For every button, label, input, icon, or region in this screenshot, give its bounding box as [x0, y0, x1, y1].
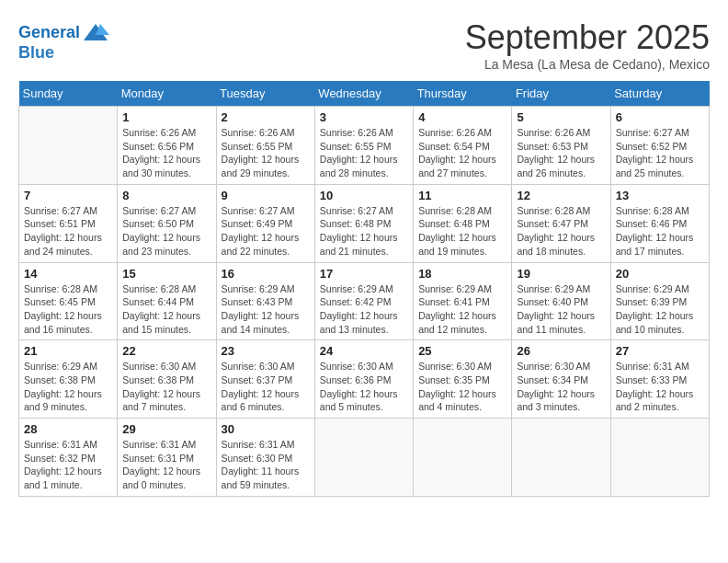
day-info: Sunrise: 6:29 AM Sunset: 6:40 PM Dayligh…: [517, 282, 605, 337]
calendar-cell: 10Sunrise: 6:27 AM Sunset: 6:48 PM Dayli…: [314, 184, 413, 262]
day-number: 24: [320, 344, 408, 358]
calendar-cell: 2Sunrise: 6:26 AM Sunset: 6:55 PM Daylig…: [216, 107, 314, 185]
header: General Blue September 2025 La Mesa (La …: [18, 18, 710, 72]
calendar-cell: 14Sunrise: 6:28 AM Sunset: 6:45 PM Dayli…: [19, 262, 118, 340]
day-info: Sunrise: 6:29 AM Sunset: 6:38 PM Dayligh…: [24, 360, 112, 414]
day-info: Sunrise: 6:31 AM Sunset: 6:32 PM Dayligh…: [24, 438, 112, 492]
calendar-cell: 12Sunrise: 6:28 AM Sunset: 6:47 PM Dayli…: [512, 184, 610, 262]
calendar-cell: 11Sunrise: 6:28 AM Sunset: 6:48 PM Dayli…: [414, 184, 512, 262]
logo-line1: General: [18, 23, 80, 41]
calendar-cell: [19, 107, 118, 185]
day-info: Sunrise: 6:27 AM Sunset: 6:50 PM Dayligh…: [122, 204, 210, 259]
day-number: 8: [122, 189, 210, 202]
calendar-cell: 15Sunrise: 6:28 AM Sunset: 6:44 PM Dayli…: [118, 262, 216, 340]
week-row-3: 14Sunrise: 6:28 AM Sunset: 6:45 PM Dayli…: [19, 262, 710, 340]
day-number: 12: [517, 189, 605, 202]
header-cell-monday: Monday: [118, 81, 216, 107]
day-info: Sunrise: 6:30 AM Sunset: 6:36 PM Dayligh…: [320, 360, 408, 414]
day-number: 14: [24, 267, 112, 281]
day-number: 16: [222, 267, 310, 281]
day-number: 22: [122, 344, 210, 358]
title-area: September 2025 La Mesa (La Mesa de Cedan…: [465, 18, 710, 72]
day-info: Sunrise: 6:31 AM Sunset: 6:31 PM Dayligh…: [122, 438, 210, 492]
day-info: Sunrise: 6:28 AM Sunset: 6:44 PM Dayligh…: [122, 282, 210, 337]
month-title: September 2025: [465, 18, 710, 57]
header-cell-wednesday: Wednesday: [314, 81, 413, 107]
calendar-cell: 25Sunrise: 6:30 AM Sunset: 6:35 PM Dayli…: [414, 340, 512, 419]
day-info: Sunrise: 6:31 AM Sunset: 6:33 PM Dayligh…: [616, 360, 704, 414]
calendar-header-row: SundayMondayTuesdayWednesdayThursdayFrid…: [19, 81, 710, 107]
day-number: 9: [222, 189, 310, 202]
day-info: Sunrise: 6:29 AM Sunset: 6:43 PM Dayligh…: [222, 282, 310, 337]
day-number: 13: [616, 189, 704, 202]
day-info: Sunrise: 6:27 AM Sunset: 6:51 PM Dayligh…: [24, 204, 112, 259]
day-number: 30: [222, 422, 310, 436]
day-info: Sunrise: 6:29 AM Sunset: 6:39 PM Dayligh…: [616, 282, 704, 337]
day-number: 6: [616, 110, 704, 124]
day-number: 17: [320, 267, 408, 281]
calendar-cell: 30Sunrise: 6:31 AM Sunset: 6:30 PM Dayli…: [216, 419, 314, 497]
calendar-cell: 24Sunrise: 6:30 AM Sunset: 6:36 PM Dayli…: [314, 340, 413, 419]
week-row-1: 1Sunrise: 6:26 AM Sunset: 6:56 PM Daylig…: [19, 107, 710, 185]
day-number: 21: [24, 344, 112, 358]
calendar-cell: 18Sunrise: 6:29 AM Sunset: 6:41 PM Dayli…: [414, 262, 512, 340]
day-number: 28: [24, 422, 112, 436]
day-info: Sunrise: 6:26 AM Sunset: 6:54 PM Dayligh…: [418, 126, 506, 180]
calendar-cell: 4Sunrise: 6:26 AM Sunset: 6:54 PM Daylig…: [414, 107, 512, 185]
day-number: 4: [418, 110, 506, 124]
day-info: Sunrise: 6:28 AM Sunset: 6:47 PM Dayligh…: [517, 204, 605, 259]
calendar-cell: 21Sunrise: 6:29 AM Sunset: 6:38 PM Dayli…: [19, 340, 118, 419]
day-info: Sunrise: 6:26 AM Sunset: 6:56 PM Dayligh…: [122, 126, 210, 180]
calendar-cell: 27Sunrise: 6:31 AM Sunset: 6:33 PM Dayli…: [610, 340, 709, 419]
day-info: Sunrise: 6:26 AM Sunset: 6:55 PM Dayligh…: [222, 126, 310, 180]
week-row-4: 21Sunrise: 6:29 AM Sunset: 6:38 PM Dayli…: [19, 340, 710, 419]
day-number: 5: [517, 110, 605, 124]
calendar-cell: 5Sunrise: 6:26 AM Sunset: 6:53 PM Daylig…: [512, 107, 610, 185]
day-number: 15: [122, 267, 210, 281]
calendar-cell: [512, 419, 610, 497]
day-number: 10: [320, 189, 408, 202]
header-cell-tuesday: Tuesday: [216, 81, 314, 107]
calendar-cell: 17Sunrise: 6:29 AM Sunset: 6:42 PM Dayli…: [314, 262, 413, 340]
day-number: 27: [616, 344, 704, 358]
calendar-cell: 6Sunrise: 6:27 AM Sunset: 6:52 PM Daylig…: [610, 107, 709, 185]
week-row-2: 7Sunrise: 6:27 AM Sunset: 6:51 PM Daylig…: [19, 184, 710, 262]
day-number: 18: [418, 267, 506, 281]
calendar-cell: 29Sunrise: 6:31 AM Sunset: 6:31 PM Dayli…: [118, 419, 216, 497]
calendar-cell: 7Sunrise: 6:27 AM Sunset: 6:51 PM Daylig…: [19, 184, 118, 262]
calendar-cell: 9Sunrise: 6:27 AM Sunset: 6:49 PM Daylig…: [216, 184, 314, 262]
calendar-cell: 20Sunrise: 6:29 AM Sunset: 6:39 PM Dayli…: [610, 262, 709, 340]
week-row-5: 28Sunrise: 6:31 AM Sunset: 6:32 PM Dayli…: [19, 419, 710, 497]
day-number: 1: [122, 110, 210, 124]
day-info: Sunrise: 6:31 AM Sunset: 6:30 PM Dayligh…: [222, 438, 310, 492]
day-number: 26: [517, 344, 605, 358]
day-number: 7: [24, 189, 112, 202]
calendar-cell: 26Sunrise: 6:30 AM Sunset: 6:34 PM Dayli…: [512, 340, 610, 419]
calendar-cell: 23Sunrise: 6:30 AM Sunset: 6:37 PM Dayli…: [216, 340, 314, 419]
day-number: 29: [122, 422, 210, 436]
day-number: 23: [222, 344, 310, 358]
day-info: Sunrise: 6:26 AM Sunset: 6:53 PM Dayligh…: [517, 126, 605, 180]
calendar-cell: 22Sunrise: 6:30 AM Sunset: 6:38 PM Dayli…: [118, 340, 216, 419]
header-cell-friday: Friday: [512, 81, 610, 107]
day-info: Sunrise: 6:27 AM Sunset: 6:52 PM Dayligh…: [616, 126, 704, 180]
day-info: Sunrise: 6:30 AM Sunset: 6:34 PM Dayligh…: [517, 360, 605, 414]
calendar-cell: [314, 419, 413, 497]
day-number: 2: [222, 110, 310, 124]
day-info: Sunrise: 6:28 AM Sunset: 6:46 PM Dayligh…: [616, 204, 704, 259]
calendar-cell: 1Sunrise: 6:26 AM Sunset: 6:56 PM Daylig…: [118, 107, 216, 185]
calendar-table: SundayMondayTuesdayWednesdayThursdayFrid…: [18, 81, 710, 497]
location-title: La Mesa (La Mesa de Cedano), Mexico: [465, 57, 710, 72]
day-info: Sunrise: 6:27 AM Sunset: 6:49 PM Dayligh…: [222, 204, 310, 259]
calendar-body: 1Sunrise: 6:26 AM Sunset: 6:56 PM Daylig…: [19, 107, 710, 497]
logo-line2: Blue: [18, 43, 54, 62]
day-info: Sunrise: 6:27 AM Sunset: 6:48 PM Dayligh…: [320, 204, 408, 259]
day-info: Sunrise: 6:28 AM Sunset: 6:45 PM Dayligh…: [24, 282, 112, 337]
day-number: 11: [418, 189, 506, 202]
header-cell-saturday: Saturday: [610, 81, 709, 107]
calendar-cell: 13Sunrise: 6:28 AM Sunset: 6:46 PM Dayli…: [610, 184, 709, 262]
day-info: Sunrise: 6:29 AM Sunset: 6:41 PM Dayligh…: [418, 282, 506, 337]
day-info: Sunrise: 6:29 AM Sunset: 6:42 PM Dayligh…: [320, 282, 408, 337]
day-info: Sunrise: 6:30 AM Sunset: 6:37 PM Dayligh…: [222, 360, 310, 414]
calendar-cell: 8Sunrise: 6:27 AM Sunset: 6:50 PM Daylig…: [118, 184, 216, 262]
